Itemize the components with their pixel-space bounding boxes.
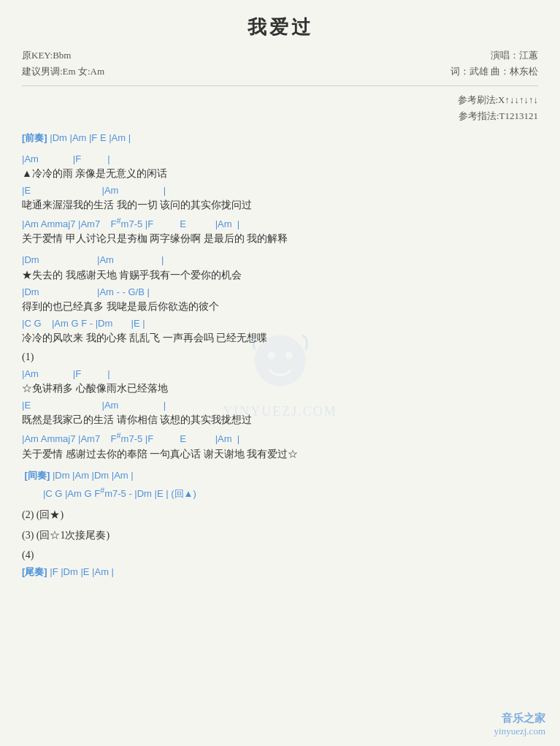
verse2-lyric3: 冷冷的风吹来 我的心疼 乱乱飞 一声再会吗 已经无想喋 <box>22 330 538 346</box>
verse2-section: |Dm |Am | ★失去的 我感谢天地 肯赐乎我有一个爱你的机会 |Dm |A… <box>22 254 538 346</box>
key-info: 原KEY:Bbm <box>22 47 104 64</box>
repeat3-label: (3) (回☆1次接尾奏) <box>22 529 538 542</box>
interlude-label: [间奏] <box>22 470 50 481</box>
section1-chords1: |Am |F | <box>22 368 538 381</box>
verse1-chords1: |Am |F | <box>22 153 538 166</box>
page: 我爱过 原KEY:Bbm 建议男调:Em 女:Am 演唱：江蕙 词：武雄 曲：林… <box>0 0 560 746</box>
prelude-chord-sequence: |Dm |Am |F E |Am | <box>50 132 131 143</box>
bottom-brand: 音乐之家 <box>494 712 545 726</box>
strum-pattern: 参考刷法:X↑↓↓↑↓↑↓ <box>22 92 538 108</box>
section1-lyric1: ☆免讲稍多 心酸像雨水已经落地 <box>22 381 538 396</box>
meta-row: 原KEY:Bbm 建议男调:Em 女:Am 演唱：江蕙 词：武雄 曲：林东松 <box>22 47 538 80</box>
section1: (1) |Am |F | ☆免讲稍多 心酸像雨水已经落地 |E |Am | 既然… <box>22 351 538 462</box>
section3: (3) (回☆1次接尾奏) <box>22 529 538 542</box>
section1-lyric3: 关于爱情 感谢过去你的奉陪 一句真心话 谢天谢地 我有爱过☆ <box>22 446 538 462</box>
verse1-section: |Am |F | ▲冷冷的雨 亲像是无意义的闲话 |E |Am | 咾通来渥湿我… <box>22 153 538 247</box>
interlude-section: [间奏] |Dm |Am |Dm |Am | |C G |Am G F#m7-5… <box>22 469 538 501</box>
prelude-section: [前奏] |Dm |Am |F E |Am | <box>22 132 538 145</box>
bottom-url: yinyuezj.com <box>494 726 545 737</box>
prelude-chords: [前奏] |Dm |Am |F E |Am | <box>22 132 538 145</box>
interlude-chords2: |C G |Am G F#m7-5 - |Dm |E | (回▲) <box>22 485 538 501</box>
section1-lyric2: 既然是我家己的生活 请你相信 该想的其实我拢想过 <box>22 412 538 427</box>
suggestion-info: 建议男调:Em 女:Am <box>22 64 104 80</box>
outro-label: [尾奏] <box>22 566 47 577</box>
interlude-chords1: [间奏] |Dm |Am |Dm |Am | <box>22 469 538 482</box>
song-title: 我爱过 <box>22 15 538 40</box>
verse1-lyric3: 关于爱情 甲人讨论只是夯枷 两字缘份啊 是最后的 我的解释 <box>22 231 538 246</box>
section1-chords3: |Am Ammaj7 |Am7 F#m7-5 |F E |Am | <box>22 430 538 446</box>
section1-chords2: |E |Am | <box>22 399 538 412</box>
interlude-chord-seq1: |Dm |Am |Dm |Am | <box>53 470 134 481</box>
performer-info: 演唱：江蕙 <box>450 47 538 64</box>
fingering-pattern: 参考指法:T1213121 <box>22 108 538 124</box>
meta-left: 原KEY:Bbm 建议男调:Em 女:Am <box>22 47 104 80</box>
repeat2-label: (2) (回★) <box>22 509 538 522</box>
section2: (2) (回★) <box>22 509 538 522</box>
outro-chords: [尾奏] |F |Dm |E |Am | <box>22 566 538 579</box>
strum-info: 参考刷法:X↑↓↓↑↓↑↓ 参考指法:T1213121 <box>22 92 538 124</box>
prelude-label: [前奏] <box>22 132 47 143</box>
divider-top <box>22 85 538 86</box>
bottom-logo: 音乐之家 yinyuezj.com <box>494 712 545 737</box>
writer-info: 词：武雄 曲：林东松 <box>450 64 538 80</box>
verse1-lyric2: 咾通来渥湿我的生活 我的一切 该问的其实你拢问过 <box>22 197 538 213</box>
verse1-lyric1: ▲冷冷的雨 亲像是无意义的闲话 <box>22 166 538 181</box>
repeat4-label: (4) <box>22 549 538 561</box>
verse2-lyric1: ★失去的 我感谢天地 肯赐乎我有一个爱你的机会 <box>22 267 538 283</box>
outro-chord-seq: |F |Dm |E |Am | <box>50 566 114 577</box>
verse2-chords3: |C G |Am G F - |Dm |E | <box>22 317 538 330</box>
verse2-lyric2: 得到的也已经真多 我咾是最后你欲选的彼个 <box>22 299 538 314</box>
meta-right: 演唱：江蕙 词：武雄 曲：林东松 <box>450 47 538 80</box>
verse1-chords3: |Am Ammaj7 |Am7 F#m7-5 |F E |Am | <box>22 216 538 232</box>
verse2-chords2: |Dm |Am - - G/B | <box>22 286 538 299</box>
repeat1-label: (1) <box>22 351 538 363</box>
outro-section: (4) [尾奏] |F |Dm |E |Am | <box>22 549 538 579</box>
verse2-chords1: |Dm |Am | <box>22 254 538 267</box>
verse1-chords2: |E |Am | <box>22 184 538 197</box>
